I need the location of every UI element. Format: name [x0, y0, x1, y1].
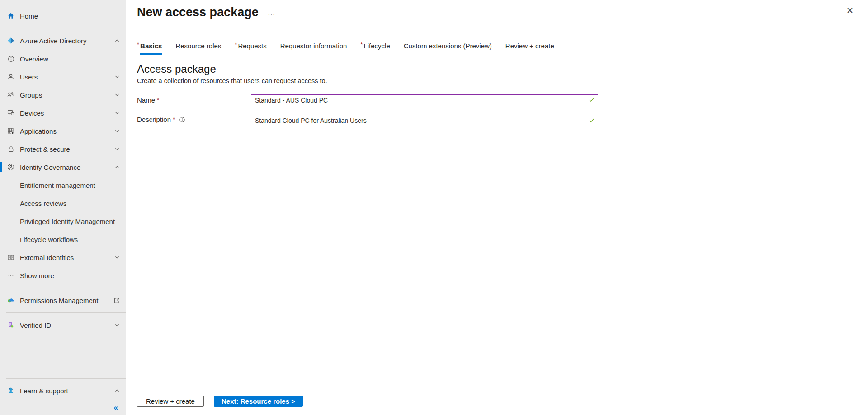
- wizard-tabs: * Basics Resource roles * Requests Reque…: [126, 42, 868, 55]
- tab-label: Review + create: [505, 42, 554, 55]
- sidebar-item-devices[interactable]: Devices: [0, 104, 126, 122]
- sidebar-divider: [6, 312, 126, 313]
- sidebar-item-label: Entitlement management: [20, 182, 120, 189]
- sidebar-item-protect-and-secure[interactable]: Protect & secure: [0, 140, 126, 158]
- next-resource-roles-button[interactable]: Next: Resource roles >: [214, 396, 303, 407]
- sidebar-item-label: Devices: [20, 109, 112, 117]
- group-icon: [6, 90, 15, 99]
- sidebar-item-access-reviews[interactable]: Access reviews: [0, 194, 126, 212]
- sidebar-item-label: Applications: [20, 127, 112, 135]
- name-field-row: Name *: [137, 94, 857, 106]
- more-options-button[interactable]: …: [268, 9, 276, 17]
- name-input-wrap: [251, 94, 598, 106]
- chevron-down-icon: [112, 255, 120, 260]
- sidebar-item-label: Permissions Management: [20, 297, 111, 304]
- sidebar-item-label: External Identities: [20, 254, 112, 261]
- page-title: New access package: [137, 4, 259, 21]
- required-marker: *: [157, 97, 159, 103]
- chevron-up-icon: [112, 388, 120, 393]
- sidebar-collapse-button[interactable]: «: [114, 404, 118, 411]
- required-marker: *: [173, 116, 175, 123]
- description-field-row: Description *: [137, 114, 857, 182]
- sidebar-item-learn-and-support[interactable]: Learn & support: [0, 382, 126, 400]
- sidebar-divider: [6, 288, 126, 288]
- main-header: New access package … ✕: [126, 0, 868, 21]
- applications-icon: [6, 126, 15, 135]
- sidebar-item-label: Groups: [20, 91, 112, 99]
- sidebar-item-label: Lifecycle workflows: [20, 236, 120, 243]
- tab-label: Resource roles: [175, 42, 221, 55]
- chevron-down-icon: [112, 92, 120, 98]
- review-create-button[interactable]: Review + create: [137, 396, 204, 407]
- chevron-down-icon: [112, 110, 120, 116]
- chevron-up-icon: [112, 38, 120, 43]
- external-link-icon: [111, 298, 120, 303]
- tab-custom-extensions[interactable]: Custom extensions (Preview): [404, 42, 492, 55]
- verified-id-icon: [6, 321, 15, 330]
- sidebar-item-applications[interactable]: Applications: [0, 122, 126, 140]
- sidebar-item-overview[interactable]: Overview: [0, 50, 126, 68]
- required-marker: *: [360, 41, 363, 48]
- main-panel: New access package … ✕ * Basics Resource…: [126, 0, 868, 415]
- sidebar-item-show-more[interactable]: Show more: [0, 266, 126, 284]
- sidebar-item-lifecycle-workflows[interactable]: Lifecycle workflows: [0, 230, 126, 248]
- chevron-up-icon: [112, 164, 120, 170]
- tab-label: Requestor information: [280, 42, 347, 55]
- description-input[interactable]: [251, 114, 598, 180]
- sidebar-item-label: Verified ID: [20, 322, 112, 329]
- info-icon[interactable]: [179, 117, 185, 123]
- label-text: Description: [137, 116, 171, 123]
- tab-basics[interactable]: * Basics: [137, 42, 162, 55]
- permissions-management-icon: [6, 296, 15, 305]
- tab-lifecycle[interactable]: * Lifecycle: [360, 42, 390, 55]
- label-text: Name: [137, 96, 155, 104]
- sidebar-item-privileged-identity-management[interactable]: Privileged Identity Management: [0, 212, 126, 230]
- sidebar-item-users[interactable]: Users: [0, 68, 126, 86]
- sidebar-item-identity-governance[interactable]: Identity Governance: [0, 158, 126, 176]
- sidebar-item-label: Identity Governance: [20, 163, 112, 171]
- sidebar-item-verified-id[interactable]: Verified ID: [0, 316, 126, 334]
- tab-resource-roles[interactable]: Resource roles: [175, 42, 221, 55]
- required-marker: *: [137, 41, 139, 48]
- user-icon: [6, 72, 15, 81]
- sidebar-item-azure-active-directory[interactable]: Azure Active Directory: [0, 32, 126, 50]
- tab-label: Basics: [140, 42, 162, 55]
- sidebar-item-label: Access reviews: [20, 200, 120, 207]
- devices-icon: [6, 108, 15, 117]
- chevron-down-icon: [112, 128, 120, 134]
- lock-icon: [6, 145, 15, 154]
- sidebar-item-home[interactable]: Home: [0, 7, 126, 25]
- info-icon: [6, 54, 15, 63]
- close-icon[interactable]: ✕: [843, 4, 857, 18]
- azure-ad-icon: [6, 36, 15, 45]
- tab-label: Requests: [238, 42, 266, 55]
- external-identities-icon: [6, 253, 15, 262]
- description-field-label: Description *: [137, 114, 251, 123]
- sidebar-item-permissions-management[interactable]: Permissions Management: [0, 291, 126, 309]
- tab-requestor-information[interactable]: Requestor information: [280, 42, 347, 55]
- name-input[interactable]: [251, 94, 598, 106]
- tab-label: Lifecycle: [363, 42, 390, 55]
- sidebar-divider: [6, 28, 126, 28]
- section-subtitle: Create a collection of resources that us…: [137, 77, 857, 84]
- sidebar-collapse-row: «: [0, 400, 126, 415]
- sidebar-item-label: Privileged Identity Management: [20, 218, 120, 225]
- basics-form: Name * Description *: [137, 94, 857, 182]
- tab-review-create[interactable]: Review + create: [505, 42, 554, 55]
- chevron-down-icon: [112, 146, 120, 152]
- sidebar-item-label: Show more: [20, 272, 120, 280]
- ellipsis-icon: [6, 271, 15, 280]
- section-title: Access package: [137, 62, 857, 76]
- identity-governance-icon: [6, 163, 15, 172]
- sidebar-item-external-identities[interactable]: External Identities: [0, 248, 126, 266]
- required-marker: *: [235, 41, 237, 48]
- sidebar-item-label: Protect & secure: [20, 145, 112, 153]
- sidebar-item-entitlement-management[interactable]: Entitlement management: [0, 176, 126, 194]
- chevron-down-icon: [112, 322, 120, 328]
- sidebar-item-groups[interactable]: Groups: [0, 86, 126, 104]
- home-icon: [6, 11, 15, 20]
- sidebar-item-label: Users: [20, 73, 112, 81]
- tab-requests[interactable]: * Requests: [235, 42, 266, 55]
- tab-label: Custom extensions (Preview): [404, 42, 492, 55]
- sidebar-bottom: Learn & support «: [0, 378, 126, 415]
